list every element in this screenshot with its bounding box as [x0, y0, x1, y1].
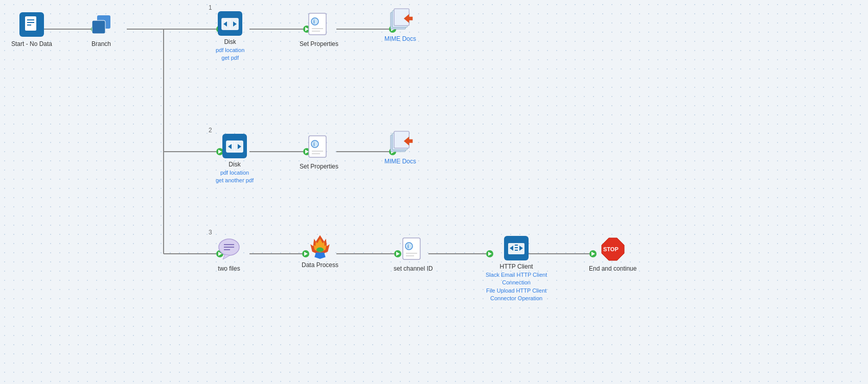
disk2-sublabel: pdf location get another pdf — [216, 169, 254, 185]
set-channel-icon: i — [400, 236, 426, 262]
mime1-icon — [387, 6, 414, 33]
svg-text:i: i — [313, 141, 315, 147]
svg-rect-48 — [223, 20, 229, 21]
end-node[interactable]: STOP End and continue — [589, 236, 636, 273]
disk1-sublabel: pdf location get pdf — [216, 46, 244, 62]
disk1-icon — [218, 11, 242, 36]
start-label: Start - No Data — [11, 40, 52, 49]
branch-icon — [88, 11, 115, 38]
branch1-number: 1 — [209, 4, 212, 11]
connections-layer — [0, 0, 868, 384]
start-icon — [18, 11, 45, 38]
svg-point-52 — [311, 18, 318, 25]
svg-rect-39 — [25, 16, 36, 31]
mime1-label: MIME Docs — [384, 35, 416, 43]
end-icon: STOP — [600, 236, 626, 262]
disk2-label: Disk — [229, 160, 240, 169]
disk1-label: Disk — [224, 38, 236, 46]
set-props1-node[interactable]: i Set Properties — [300, 11, 338, 49]
svg-rect-63 — [228, 142, 233, 144]
http-client-label: HTTP Client — [500, 262, 533, 271]
svg-rect-44 — [92, 20, 105, 34]
svg-point-85 — [405, 243, 413, 250]
set-channel-label: set channel ID — [394, 265, 433, 273]
mime2-icon — [387, 129, 414, 155]
disk2-icon — [222, 134, 247, 158]
svg-marker-76 — [223, 254, 230, 259]
data-process-label: Data Process — [302, 261, 338, 270]
workflow-canvas: Start - No Data Branch 1 — [0, 0, 868, 384]
mime1-node[interactable]: MIME Docs — [384, 6, 416, 43]
svg-point-82 — [316, 248, 324, 252]
svg-marker-83 — [314, 252, 326, 259]
set-props2-icon: i — [306, 134, 332, 160]
end-label: End and continue — [589, 265, 636, 273]
http-client-icon — [504, 236, 529, 260]
http-client-node[interactable]: HTTP Client Slack Email HTTP Client Conn… — [486, 236, 547, 302]
two-files-label: two files — [218, 265, 240, 273]
mime2-label: MIME Docs — [384, 157, 416, 166]
set-props2-label: Set Properties — [300, 162, 338, 171]
data-process-node[interactable]: Data Process — [302, 232, 338, 270]
branch2-number: 2 — [209, 127, 212, 134]
disk2-node[interactable]: Disk pdf location get another pdf — [216, 134, 254, 185]
set-props2-node[interactable]: i Set Properties — [300, 134, 338, 171]
mime2-node[interactable]: MIME Docs — [384, 129, 416, 166]
branch-node[interactable]: Branch — [88, 11, 115, 49]
svg-text:i: i — [407, 244, 409, 249]
http-client-sublabel: Slack Email HTTP Client Connection File … — [486, 271, 547, 303]
svg-text:STOP: STOP — [603, 246, 619, 252]
branch-label: Branch — [92, 40, 111, 49]
disk1-node[interactable]: Disk pdf location get pdf — [216, 11, 244, 62]
svg-point-67 — [311, 140, 318, 148]
two-files-icon — [216, 236, 242, 262]
start-node[interactable]: Start - No Data — [11, 11, 52, 49]
set-props1-icon: i — [306, 11, 332, 38]
data-process-icon — [307, 232, 333, 259]
set-props1-label: Set Properties — [300, 40, 338, 49]
two-files-node[interactable]: two files — [216, 236, 242, 273]
branch3-number: 3 — [209, 229, 212, 236]
svg-text:i: i — [313, 19, 315, 25]
set-channel-node[interactable]: i set channel ID — [394, 236, 433, 273]
